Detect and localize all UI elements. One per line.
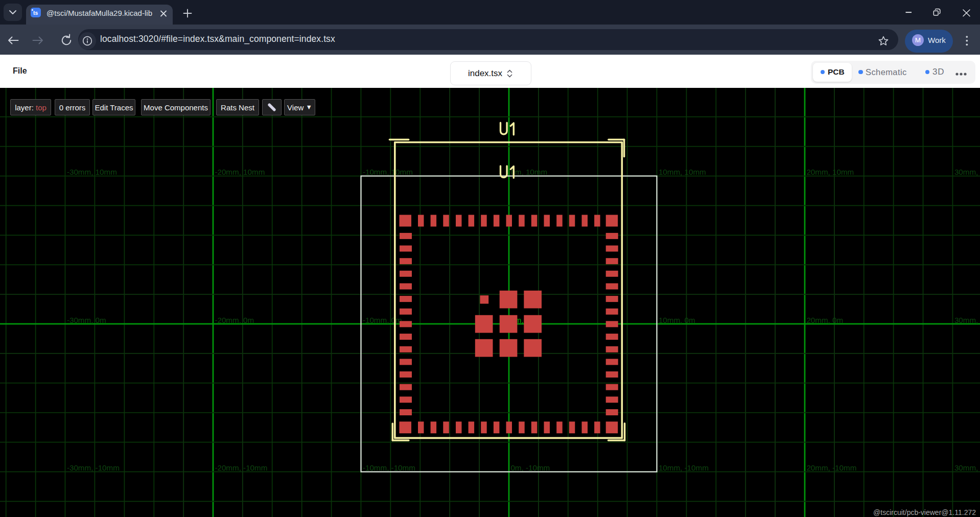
svg-text:-20mm, 0m: -20mm, 0m bbox=[215, 316, 254, 324]
svg-text:-10mm, -10mm: -10mm, -10mm bbox=[363, 463, 415, 472]
svg-text:20mm, 10mm: 20mm, 10mm bbox=[806, 168, 854, 176]
svg-text:-10mm, 0m: -10mm, 0m bbox=[363, 316, 402, 324]
svg-text:-20mm, 10mm: -20mm, 10mm bbox=[215, 168, 265, 176]
svg-text:30mm, 10mm: 30mm, 10mm bbox=[954, 168, 980, 176]
svg-text:20mm, -10mm: 20mm, -10mm bbox=[806, 463, 856, 472]
svg-text:10mm, 10mm: 10mm, 10mm bbox=[659, 168, 706, 176]
svg-text:30mm, -10mm: 30mm, -10mm bbox=[954, 463, 980, 472]
svg-text:20mm, 0m: 20mm, 0m bbox=[806, 316, 843, 324]
svg-text:-30mm, -10mm: -30mm, -10mm bbox=[67, 463, 120, 472]
svg-text:0m, -10mm: 0m, -10mm bbox=[510, 463, 550, 472]
svg-text:30mm, 0m: 30mm, 0m bbox=[954, 316, 980, 324]
svg-text:10mm, -10mm: 10mm, -10mm bbox=[659, 463, 709, 472]
svg-text:0m, 10mm: 0m, 10mm bbox=[510, 168, 547, 176]
svg-text:-30mm, 0m: -30mm, 0m bbox=[67, 316, 106, 324]
svg-text:10mm, 0m: 10mm, 0m bbox=[659, 316, 695, 324]
svg-text:-20mm, -10mm: -20mm, -10mm bbox=[215, 463, 267, 472]
svg-text:-10mm, 10mm: -10mm, 10mm bbox=[363, 168, 413, 176]
svg-text:-30mm, 10mm: -30mm, 10mm bbox=[67, 168, 117, 176]
